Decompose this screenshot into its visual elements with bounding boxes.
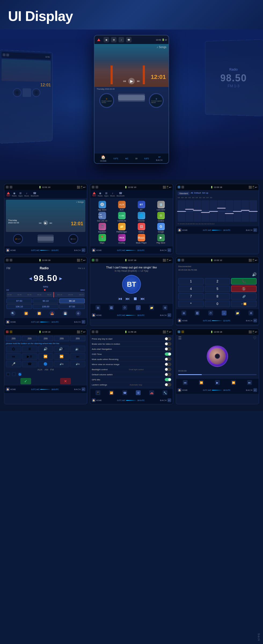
toggle-4[interactable] <box>165 352 171 356</box>
toggle-8[interactable] <box>165 373 171 376</box>
app-equalizer[interactable]: 🎵 Equalizer <box>93 223 111 233</box>
bi-file[interactable]: 📁 <box>149 305 154 310</box>
radio-settings[interactable]: ⚙ <box>76 311 81 316</box>
phone-bi-gear[interactable]: ⚙ <box>249 311 253 315</box>
steer-rew[interactable]: ⏪ <box>38 353 53 360</box>
radio-eq2[interactable]: 📶 <box>23 311 29 316</box>
app-google[interactable]: G Google <box>152 223 170 233</box>
eq-default[interactable]: Default <box>194 192 201 195</box>
music-bi-prev2[interactable]: ⏮ <box>183 380 188 385</box>
steer-bt3-icon[interactable]: 🔵 <box>18 372 22 376</box>
app-carbitlink[interactable]: C-Bit CarbitLink <box>112 212 131 222</box>
radio-seek-bar[interactable]: 87.50 90.45 93.35 96.30 99.20 102.15 105… <box>6 292 85 297</box>
steer-settings-icon[interactable]: ⚙ <box>6 372 10 376</box>
app-filemanager[interactable]: 📁 FileManager <box>112 223 131 233</box>
dial-8[interactable]: 8 <box>205 293 230 300</box>
app-maps[interactable]: 📍 Maps <box>93 234 111 244</box>
freq-prev[interactable]: ◀ <box>29 276 32 281</box>
dial-2[interactable]: 2 <box>205 278 230 285</box>
music-bi-ff3[interactable]: ⏩ <box>231 380 236 385</box>
freq-next[interactable]: ▶ <box>59 276 62 281</box>
toggle-bi-car[interactable]: 🚗 <box>149 390 154 395</box>
music-menu-icon[interactable]: ☰ <box>178 336 182 340</box>
back-btn-radio[interactable]: BACK ↩ <box>74 320 85 324</box>
app-playstore[interactable]: ▶ Play Store <box>152 234 170 244</box>
home-btn-home[interactable]: 🏠 HOME <box>6 248 16 252</box>
toggle-1[interactable] <box>165 337 171 340</box>
toggle-bi-wifi[interactable]: 📶 <box>109 390 114 395</box>
bi-music[interactable]: ♪ <box>136 305 141 310</box>
app-bt[interactable]: BT BT <box>132 201 151 211</box>
steer-cancel[interactable]: ✕ <box>60 378 71 384</box>
back-btn-apps[interactable]: BACK ↩ <box>160 248 171 252</box>
back-btn-home[interactable]: BACK ↩ <box>74 248 85 252</box>
back-btn-eq[interactable]: BACK ↩ <box>246 228 257 232</box>
steer-vol-up2[interactable]: 🔊+ <box>54 346 69 352</box>
bt-ff[interactable]: ⏭ <box>141 296 145 301</box>
toggle-bi-phone[interactable]: ☎ <box>122 390 127 395</box>
bi-photo[interactable]: 🖼 <box>109 305 114 310</box>
steer-vol-up[interactable]: 🔊 <box>38 346 53 352</box>
toggle-3[interactable] <box>165 347 171 351</box>
nav-apps-home[interactable]: ⊞ Apps <box>18 192 23 197</box>
music-progress-bar[interactable] <box>178 374 257 375</box>
steer-screen[interactable]: 🖥 <box>22 346 37 352</box>
steer-next[interactable]: ⏭ <box>70 353 85 360</box>
music-heart-icon[interactable]: ♡ <box>253 336 257 340</box>
steer-vol-dn[interactable]: 🔉- <box>70 346 85 352</box>
steer-prev[interactable]: ⏮ <box>6 353 21 360</box>
dial-call[interactable]: 📞 <box>231 278 257 285</box>
nav-bt-home[interactable]: ☎ Bluetooth <box>31 192 39 197</box>
back-btn-music[interactable]: BACK ↩ <box>246 388 257 392</box>
home-btn-steer[interactable]: 🏠 HOME <box>6 387 16 391</box>
steer-bt2[interactable]: 🔵 <box>38 361 53 367</box>
preset-2[interactable]: 90.10 <box>33 299 58 303</box>
nav-music-apps[interactable]: ♪ Music <box>110 192 115 197</box>
app-calculator[interactable]: 🔢 Calculator <box>152 201 170 211</box>
music-bi-next2[interactable]: ⏭ <box>247 380 252 385</box>
back-btn-phone[interactable]: BACK ↩ <box>246 319 257 322</box>
nav-music-home[interactable]: ♪ Music <box>24 192 29 197</box>
home-btn-toggle[interactable]: 🏠 HOME <box>92 398 102 402</box>
home-btn-phone[interactable]: 🏠 HOME <box>178 319 188 322</box>
radio-add[interactable]: 📤 <box>49 311 55 316</box>
bi-clock[interactable]: ⏱ <box>122 305 127 310</box>
nav-navi-home[interactable]: Navi <box>6 192 10 197</box>
steer-k1[interactable]: 🔊K <box>54 361 69 367</box>
steer-k2[interactable]: 🔊K <box>70 361 85 367</box>
nav-bt-apps[interactable]: ☎ Bluetooth <box>117 192 125 197</box>
bt-next2[interactable]: ⏭ <box>126 296 130 301</box>
phone-bi-file[interactable]: 📁 <box>235 311 240 315</box>
toggle-9[interactable] <box>165 378 171 381</box>
preset-6[interactable]: 87.50 <box>59 304 85 309</box>
radio-loop[interactable]: 🔁 <box>36 311 42 316</box>
music-bi-play2[interactable]: ▶ <box>215 380 220 385</box>
home-btn-apps[interactable]: 🏠 HOME <box>92 248 102 252</box>
dial-1[interactable]: 1 <box>178 278 204 285</box>
toggle-bi-menu[interactable]: 📱 <box>96 390 100 395</box>
app-appstore[interactable]: 🅐 App Store <box>93 201 111 211</box>
dial-4[interactable]: 4 <box>178 286 204 292</box>
home-btn-eq[interactable]: 🏠 HOME <box>178 228 188 232</box>
toggle-2[interactable] <box>165 342 171 345</box>
music-bi-rew2[interactable]: ⏪ <box>199 380 204 385</box>
app-aux[interactable]: AUX AUX <box>112 201 131 211</box>
steer-confirm[interactable]: ✓ <box>20 378 31 384</box>
steer-play[interactable]: ▶⏸ <box>22 353 37 360</box>
dial-hash[interactable]: ↩🔀 <box>231 301 257 307</box>
preset-3[interactable]: 98.10 <box>59 299 85 303</box>
nav-navi-apps[interactable]: Navi <box>92 192 96 197</box>
phone-bi-menu[interactable]: ⊞ <box>181 311 186 315</box>
steer-power[interactable]: ⏻ <box>6 346 21 352</box>
dial-0[interactable]: 0 <box>205 301 230 307</box>
phone-bi-music[interactable]: ♪ <box>222 311 227 315</box>
app-mcxkey[interactable]: mcx mcxKey <box>112 234 131 244</box>
home-btn-bt[interactable]: 🏠 HOME <box>92 313 102 317</box>
app-control[interactable]: ⚙ Control <box>152 212 170 222</box>
steer-mic[interactable]: 🎤 <box>6 361 21 367</box>
home-btn-radio[interactable]: 🏠 HOME <box>6 320 16 324</box>
bt-stop[interactable]: ⏹ <box>133 296 137 301</box>
phone-bi-clock[interactable]: ⏱ <box>208 311 213 315</box>
nav-radio-apps[interactable]: ◉ Radio <box>98 192 103 197</box>
toggle-10[interactable] <box>165 383 171 386</box>
